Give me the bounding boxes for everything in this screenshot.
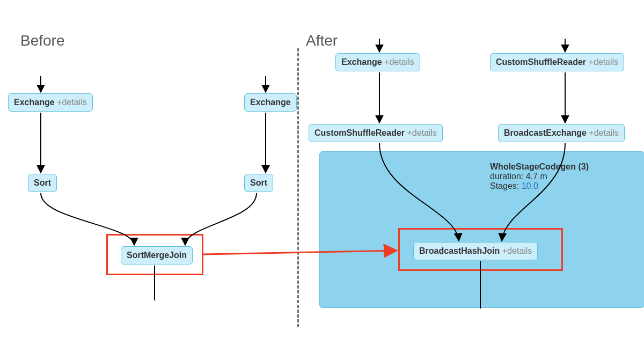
before-sort-left-label: Sort — [34, 178, 51, 187]
before-exchange-left-label: Exchange — [14, 98, 55, 107]
after-exchange-node[interactable]: Exchange +details — [335, 53, 420, 71]
details-link[interactable]: +details — [57, 98, 87, 107]
details-link[interactable]: +details — [588, 57, 618, 67]
before-sort-right-node[interactable]: Sort — [244, 174, 273, 192]
before-highlight-box — [106, 234, 203, 275]
before-exchange-right-node[interactable]: Exchange — [244, 93, 297, 112]
details-link[interactable]: +details — [589, 128, 619, 137]
codegen-stages: Stages: 10.0 — [490, 181, 589, 191]
details-link[interactable]: +details — [407, 128, 437, 137]
before-sort-left-node[interactable]: Sort — [28, 174, 57, 192]
after-customshuffle-left-label: CustomShuffleReader — [314, 128, 405, 137]
after-exchange-label: Exchange — [341, 57, 382, 67]
after-customshuffle-top-node[interactable]: CustomShuffleReader +details — [490, 53, 624, 71]
before-title: Before — [20, 32, 65, 49]
after-highlight-box — [398, 228, 563, 271]
after-broadcast-exchange-node[interactable]: BroadcastExchange +details — [498, 124, 625, 142]
before-sort-right-label: Sort — [250, 178, 267, 187]
codegen-duration: duration: 4.7 m — [490, 172, 589, 181]
divider — [297, 48, 299, 327]
after-title: After — [306, 32, 338, 49]
before-exchange-right-label: Exchange — [250, 98, 291, 107]
after-broadcast-exchange-label: BroadcastExchange — [504, 128, 587, 137]
stages-link[interactable]: 10.0 — [522, 181, 538, 190]
codegen-heading: WholeStageCodegen (3) — [490, 162, 589, 172]
details-link[interactable]: +details — [384, 57, 414, 67]
after-customshuffle-left-node[interactable]: CustomShuffleReader +details — [309, 124, 443, 142]
before-exchange-left-node[interactable]: Exchange +details — [8, 93, 93, 112]
after-customshuffle-top-label: CustomShuffleReader — [496, 57, 586, 67]
codegen-text: WholeStageCodegen (3) duration: 4.7 m St… — [490, 162, 589, 191]
